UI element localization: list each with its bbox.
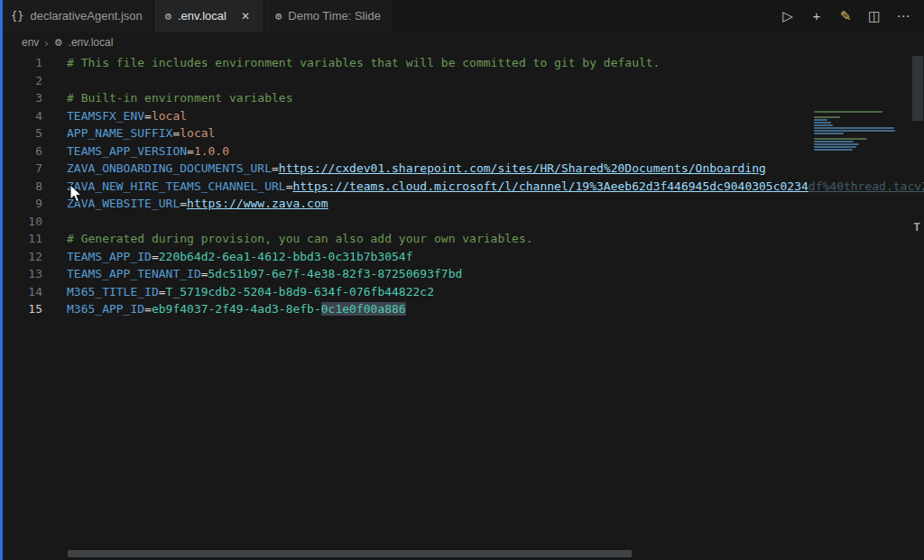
line-number[interactable]: 8	[0, 178, 42, 196]
code-token: ZAVA_ONBOARDING_DOCUMENTS_URL	[67, 161, 272, 175]
code-line[interactable]: 12TEAMS_APP_ID=220b64d2-6ea1-4612-bbd3-0…	[0, 248, 924, 266]
minimap-line	[814, 149, 853, 151]
tab-label: Demo Time: Slide	[288, 9, 381, 23]
vertical-scrollbar[interactable]	[911, 53, 924, 560]
line-number[interactable]: 2	[0, 72, 42, 90]
code-text: M365_APP_ID=eb9f4037-2f49-4ad3-8efb-0c1e…	[42, 300, 924, 318]
minimap-line	[814, 138, 867, 140]
breadcrumb-file[interactable]: .env.local	[69, 36, 114, 49]
code-token: # Generated during provision, you can al…	[67, 232, 533, 245]
split-editor-icon[interactable]: ◫	[864, 6, 884, 26]
tab-demo-time-slide[interactable]: ⚙ Demo Time: Slide	[264, 0, 393, 32]
code-line[interactable]: 13TEAMS_APP_TENANT_ID=5dc51b97-6e7f-4e38…	[0, 265, 924, 283]
tab-declarative-agent-json[interactable]: {} declarativeAgent.json	[0, 0, 154, 32]
line-number[interactable]: 1	[0, 54, 42, 72]
close-tab-icon[interactable]: ✕	[238, 9, 253, 23]
line-number[interactable]: 13	[0, 265, 42, 283]
line-number[interactable]: 12	[0, 248, 42, 266]
run-icon[interactable]: ▷	[778, 6, 798, 26]
code-line[interactable]: 11# Generated during provision, you can …	[0, 230, 924, 248]
code-text: TEAMS_APP_TENANT_ID=5dc51b97-6e7f-4e38-8…	[42, 265, 924, 283]
code-token: TEAMS_APP_ID	[67, 250, 152, 263]
gear-icon: ⚙	[165, 10, 171, 23]
code-token: 220b64d2-6ea1-4612-bbd3-0c31b7b3054f	[159, 250, 413, 263]
minimap[interactable]	[814, 111, 897, 151]
code-line[interactable]: 2	[0, 72, 924, 90]
code-line[interactable]: 9ZAVA_WEBSITE_URL=https://www.zava.com	[0, 195, 924, 213]
code-token: APP_NAME_SUFFIX	[67, 126, 172, 140]
code-text: # Generated during provision, you can al…	[42, 230, 924, 248]
code-line[interactable]: 15M365_APP_ID=eb9f4037-2f49-4ad3-8efb-0c…	[0, 300, 924, 318]
line-number[interactable]: 6	[0, 142, 42, 161]
code-line[interactable]: 10	[0, 213, 924, 231]
editor-pane[interactable]: 1# This file includes environment variab…	[0, 53, 924, 560]
minimap-line	[814, 119, 827, 121]
line-number[interactable]: 10	[0, 213, 42, 231]
line-number[interactable]: 14	[0, 283, 42, 301]
code-token: local	[152, 109, 187, 123]
minimap-line	[814, 141, 854, 142]
minimap-line	[814, 146, 856, 148]
code-line[interactable]: 3# Built-in environment variables	[0, 89, 924, 107]
code-token: # This file includes environment variabl…	[67, 56, 660, 69]
code-line[interactable]: 5APP_NAME_SUFFIX=local	[0, 124, 924, 142]
code-line[interactable]: 14M365_TITLE_ID=T_5719cdb2-5204-b8d9-634…	[0, 283, 924, 301]
code-text: TEAMS_APP_VERSION=1.0.0	[42, 142, 924, 161]
code-token: df%40thread.tacv2	[808, 179, 924, 193]
code-line[interactable]: 8ZAVA_NEW_HIRE_TEAMS_CHANNEL_URL=https:/…	[0, 178, 924, 196]
add-icon[interactable]: +	[807, 6, 827, 26]
chevron-right-icon: ›	[44, 36, 48, 50]
line-number[interactable]: 5	[0, 124, 42, 142]
edit-pencil-icon[interactable]: ✎	[836, 6, 855, 26]
tab-label: .env.local	[178, 9, 226, 23]
tab-label: declarativeAgent.json	[30, 9, 142, 23]
code-line[interactable]: 6TEAMS_APP_VERSION=1.0.0	[0, 142, 924, 161]
code-text: M365_TITLE_ID=T_5719cdb2-5204-b8d9-634f-…	[42, 283, 924, 301]
code-token: =	[144, 109, 152, 123]
code-token: =	[144, 302, 152, 316]
code-token: =	[152, 250, 159, 263]
breadcrumb-folder[interactable]: env	[22, 36, 39, 49]
code-text: APP_NAME_SUFFIX=local	[42, 124, 924, 142]
line-number[interactable]: 4	[0, 107, 42, 125]
code-token: # Built-in environment variables	[67, 91, 292, 105]
minimap-line	[814, 122, 831, 124]
json-braces-icon: {}	[11, 10, 23, 23]
minimap-line	[814, 143, 859, 145]
breadcrumb: env › ⚙ .env.local	[0, 32, 924, 53]
overview-ruler-letter: T	[913, 220, 920, 234]
code-token: ZAVA_NEW_HIRE_TEAMS_CHANNEL_URL	[67, 179, 286, 193]
line-number[interactable]: 3	[0, 89, 42, 107]
code-line[interactable]: 4TEAMSFX_ENV=local	[0, 107, 924, 125]
code-token: TEAMS_APP_TENANT_ID	[67, 267, 201, 280]
line-number[interactable]: 7	[0, 160, 42, 178]
minimap-line	[814, 124, 833, 126]
code-line[interactable]: 1# This file includes environment variab…	[0, 54, 924, 72]
code-text: # Built-in environment variables	[42, 89, 924, 107]
tab-bar: {} declarativeAgent.json ⚙ .env.local ✕ …	[0, 0, 924, 32]
code-token: https://teams.cloud.microsoft/l/channel/…	[292, 179, 808, 193]
code-text: ZAVA_ONBOARDING_DOCUMENTS_URL=https://cx…	[42, 160, 924, 178]
code-text: ZAVA_NEW_HIRE_TEAMS_CHANNEL_URL=https://…	[42, 178, 924, 196]
code-token: TEAMS_APP_VERSION	[67, 144, 187, 158]
code-text: ZAVA_WEBSITE_URL=https://www.zava.com	[42, 195, 924, 213]
code-text	[42, 213, 924, 231]
minimap-line	[814, 127, 894, 129]
code-token: ZAVA_WEBSITE_URL	[67, 197, 180, 210]
editor-lines: 1# This file includes environment variab…	[0, 54, 924, 318]
more-actions-icon[interactable]: ⋯	[893, 6, 913, 26]
code-token: TEAMSFX_ENV	[67, 109, 144, 123]
horizontal-scrollbar-thumb[interactable]	[68, 550, 632, 557]
code-token: =	[201, 267, 208, 280]
line-number[interactable]: 9	[0, 195, 42, 213]
code-line[interactable]: 7ZAVA_ONBOARDING_DOCUMENTS_URL=https://c…	[0, 160, 924, 178]
line-number[interactable]: 11	[0, 230, 42, 248]
gear-icon: ⚙	[54, 37, 63, 49]
vscode-window: {} declarativeAgent.json ⚙ .env.local ✕ …	[0, 0, 924, 560]
code-token: local	[180, 126, 215, 140]
tab-env-local[interactable]: ⚙ .env.local ✕	[154, 0, 264, 32]
code-token: =	[272, 161, 279, 175]
line-number[interactable]: 15	[0, 300, 42, 318]
code-token: =	[180, 197, 187, 210]
vertical-scrollbar-thumb[interactable]	[912, 56, 923, 121]
